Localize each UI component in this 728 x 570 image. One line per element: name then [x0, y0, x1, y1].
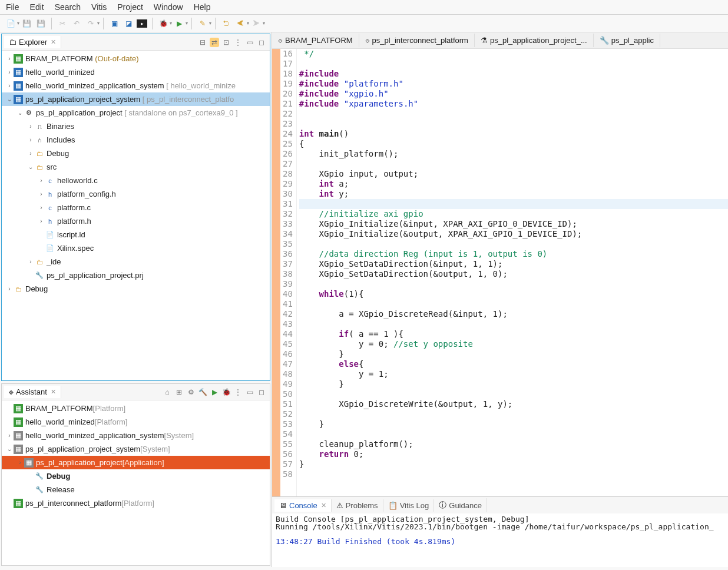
menu-search[interactable]: Search — [55, 2, 81, 12]
assistant-tree[interactable]: ▦BRAM_PLATFORM [Platform]▦hello_world_mi… — [2, 400, 270, 565]
twist-icon[interactable]: ⌄ — [5, 446, 14, 452]
explorer-tab[interactable]: 🗀 Explorer ✕ — [4, 36, 61, 48]
code-body[interactable]: */#include #include "platform.h"#include… — [297, 49, 728, 496]
link-editor-icon[interactable]: ⇄ — [210, 38, 219, 47]
console-tab-console[interactable]: 🖥Console✕ — [274, 499, 332, 512]
console-tab-vitis-log[interactable]: 📋Vitis Log — [383, 499, 435, 512]
console-tab-problems[interactable]: ⚠Problems — [332, 499, 383, 512]
twist-icon[interactable]: › — [37, 218, 45, 224]
assistant-row[interactable]: ▦BRAM_PLATFORM [Platform] — [2, 402, 270, 415]
tree-row[interactable]: ›🗀_ide — [2, 255, 270, 269]
twist-icon[interactable]: ⌄ — [27, 164, 35, 170]
menu-file[interactable]: File — [6, 2, 19, 12]
close-icon[interactable]: ✕ — [51, 388, 56, 396]
assistant-row[interactable]: ▦ps_pl_interconnect_platform [Platform] — [2, 496, 270, 510]
new-icon[interactable]: 📄 — [5, 18, 16, 29]
menu-vitis[interactable]: Vitis — [91, 2, 107, 12]
menu-icon[interactable]: ⋮ — [233, 38, 243, 47]
run-icon[interactable]: ▶ — [173, 18, 185, 29]
tree-row[interactable]: ›▦hello_world_minized_application_system… — [2, 79, 270, 92]
assistant-row[interactable]: ›▦hello_world_minized_application_system… — [2, 429, 270, 442]
tree-row[interactable]: ›⑃Includes — [2, 133, 270, 147]
twist-icon[interactable]: › — [5, 286, 14, 292]
editor-tab[interactable]: ⟐BRAM_PLATFORM — [272, 34, 359, 47]
maximize-icon[interactable]: ◻ — [257, 38, 266, 47]
tree-row[interactable]: ›▦hello_world_minized — [2, 65, 270, 79]
twist-icon[interactable]: › — [5, 55, 14, 62]
assistant-row[interactable]: ›▦ps_pl_application_project [Application… — [2, 456, 270, 469]
back-icon[interactable]: ⮌ — [220, 18, 232, 29]
tree-row[interactable]: ›hplatform.h — [2, 214, 270, 228]
console-tab-guidance[interactable]: ⓘGuidance — [434, 498, 487, 512]
close-icon[interactable]: ✕ — [51, 38, 56, 46]
twist-icon[interactable]: ⌄ — [16, 110, 24, 116]
maximize-icon[interactable]: ◻ — [257, 387, 266, 397]
save-all-icon[interactable]: 💾 — [35, 18, 47, 29]
menu-icon[interactable]: ⋮ — [233, 387, 243, 397]
terminal-icon[interactable]: ▸ — [137, 19, 147, 28]
twist-icon[interactable]: › — [37, 204, 45, 211]
add-icon[interactable]: ⊞ — [174, 387, 184, 397]
prev-icon[interactable]: ⮜ — [234, 18, 246, 29]
twist-icon[interactable]: › — [27, 150, 35, 157]
tree-row[interactable]: ›🗀Debug — [2, 147, 270, 160]
redo-icon[interactable]: ↷ — [85, 18, 97, 29]
twist-icon[interactable]: › — [27, 123, 35, 130]
twist-icon[interactable]: › — [5, 82, 14, 89]
gear-icon[interactable]: ⚙ — [186, 387, 196, 397]
editor-tab[interactable]: ⟐ps_pl_interconnect_platform — [359, 34, 475, 47]
save-icon[interactable]: 💾 — [21, 18, 32, 29]
assistant-row[interactable]: 🔧Release — [2, 483, 270, 496]
home-icon[interactable]: ⌂ — [163, 387, 172, 397]
menu-edit[interactable]: Edit — [30, 2, 44, 12]
twist-icon[interactable]: › — [27, 137, 35, 143]
menu-window[interactable]: Window — [154, 2, 183, 12]
tree-row[interactable]: ›cplatform.c — [2, 201, 270, 214]
tree-row[interactable]: ›chelloworld.c — [2, 174, 270, 187]
run2-icon[interactable]: ▶ — [210, 387, 219, 397]
tool1-icon[interactable]: ▣ — [108, 18, 120, 29]
editor-tab[interactable]: ⚗ps_pl_application_project_... — [475, 34, 594, 47]
minimize-icon[interactable]: ▭ — [245, 387, 254, 397]
menu-help[interactable]: Help — [194, 2, 211, 12]
twist-icon[interactable]: › — [5, 69, 14, 75]
tree-row[interactable]: ›🗀Debug — [2, 282, 270, 296]
undo-icon[interactable]: ↶ — [71, 18, 82, 29]
tree-row[interactable]: 📄Xilinx.spec — [2, 241, 270, 255]
wand-icon[interactable]: ✎ — [197, 18, 209, 29]
tree-row[interactable]: ›⎍Binaries — [2, 120, 270, 133]
tree-row[interactable]: ⌄🗀src — [2, 160, 270, 174]
collapse-icon[interactable]: ⊟ — [198, 38, 207, 47]
twist-icon[interactable]: › — [37, 177, 45, 184]
tree-row[interactable]: 📄lscript.ld — [2, 228, 270, 241]
twist-icon[interactable]: › — [37, 191, 45, 197]
code-editor[interactable]: 1617181920212223242526272829303132333435… — [272, 49, 728, 496]
menu-project[interactable]: Project — [117, 2, 143, 12]
tree-row[interactable]: ⌄▦ps_pl_application_project_system [ ps_… — [2, 92, 270, 106]
console-body[interactable]: Build Console [ps_pl_application_project… — [272, 513, 728, 567]
assistant-row[interactable]: 🔧Debug — [2, 469, 270, 483]
tree-row[interactable]: ⌄⚙ps_pl_application_project [ standalone… — [2, 106, 270, 120]
assistant-row[interactable]: ⌄▦ps_pl_application_project_system [Syst… — [2, 442, 270, 456]
amd-icon: ⟐ — [278, 36, 283, 45]
next-icon[interactable]: ⮞ — [250, 18, 262, 29]
debug2-icon[interactable]: 🐞 — [221, 387, 231, 397]
twist-icon[interactable]: › — [27, 259, 35, 265]
tool2-icon[interactable]: ◪ — [123, 18, 134, 29]
tree-row[interactable]: ›▦BRAM_PLATFORM (Out-of-date) — [2, 52, 270, 65]
cut-icon[interactable]: ✂ — [57, 18, 68, 29]
twist-icon[interactable]: › — [16, 459, 24, 466]
hammer-icon[interactable]: 🔨 — [198, 387, 207, 397]
twist-icon[interactable]: › — [5, 432, 14, 439]
tree-row[interactable]: 🔧ps_pl_application_project.prj — [2, 269, 270, 282]
debug-icon[interactable]: 🐞 — [157, 18, 169, 29]
tree-row[interactable]: ›hplatform_config.h — [2, 187, 270, 201]
close-icon[interactable]: ✕ — [321, 502, 326, 509]
focus-icon[interactable]: ⊡ — [221, 38, 231, 47]
twist-icon[interactable]: ⌄ — [5, 96, 14, 102]
assistant-tab[interactable]: ⟐ Assistant ✕ — [4, 386, 61, 398]
editor-tab[interactable]: 🔧ps_pl_applic — [594, 34, 660, 47]
explorer-tree[interactable]: ›▦BRAM_PLATFORM (Out-of-date)›▦hello_wor… — [2, 51, 270, 380]
assistant-row[interactable]: ▦hello_world_minized [Platform] — [2, 415, 270, 429]
minimize-icon[interactable]: ▭ — [245, 38, 254, 47]
